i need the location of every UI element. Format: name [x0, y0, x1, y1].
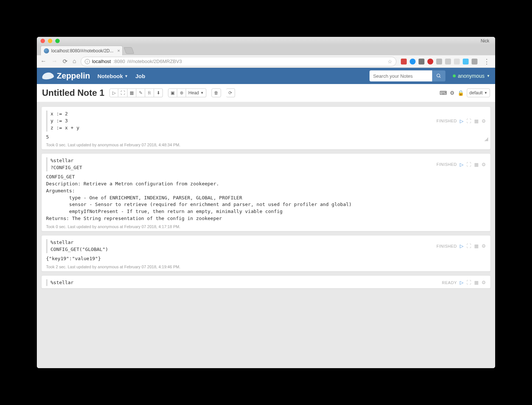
paragraph-settings-icon[interactable]: ⚙ — [482, 162, 486, 167]
tab-title: localhost:8080/#/notebook/2D... — [51, 48, 113, 53]
paragraph-status: FINISHED — [437, 119, 457, 123]
paragraph: %stellar ?CONFIG_GET FINISHED ▷ ⛶ ▦ ⚙ CO… — [41, 153, 491, 231]
home-icon[interactable]: ⌂ — [73, 58, 76, 65]
paragraph-status: FINISHED — [437, 162, 457, 167]
nav-job[interactable]: Job — [136, 73, 146, 79]
extension-icons — [401, 59, 477, 64]
favicon-icon — [44, 48, 49, 53]
url-host: localhost — [92, 59, 111, 64]
browser-tab[interactable]: localhost:8080/#/notebook/2D... × — [41, 46, 123, 55]
paragraph-settings-icon[interactable]: ⚙ — [482, 280, 486, 285]
abp-icon[interactable] — [427, 59, 433, 64]
cast-icon[interactable] — [419, 59, 424, 64]
ext-icon[interactable] — [472, 59, 477, 64]
nav-notebook-label: Notebook — [97, 73, 123, 79]
interpreter-binding-icon[interactable]: ⚙ — [450, 90, 455, 96]
hide-editor-icon[interactable]: ⛶ — [466, 280, 471, 285]
browser-toolbar: ← → ⟳ ⌂ i localhost:8080/#/notebook/2D6M… — [37, 55, 495, 68]
search-input[interactable] — [370, 70, 432, 81]
forward-icon: → — [52, 58, 57, 65]
zeppelin-logo[interactable]: Zeppelin — [42, 71, 90, 81]
paragraph-output: {"key19":"value19"} — [46, 255, 486, 262]
run-all-button[interactable]: ▷ — [109, 88, 118, 97]
show-hide-code-button[interactable]: ⛶ — [118, 88, 127, 97]
run-paragraph-icon[interactable]: ▷ — [460, 118, 463, 124]
ext-icon[interactable] — [454, 59, 460, 64]
site-info-icon[interactable]: i — [85, 59, 90, 64]
paragraph-editor[interactable]: %stellar — [46, 279, 442, 286]
ext-icon[interactable] — [463, 59, 469, 64]
paragraph: x := 2 y := 3 z := x + y FINISHED ▷ ⛶ ▦ … — [41, 107, 491, 150]
paragraph-status: READY — [442, 280, 457, 285]
export-note-button[interactable]: ⬇ — [154, 88, 163, 97]
zeppelin-navbar: Zeppelin Notebook ▼ Job anonymous ▼ — [37, 68, 495, 84]
hide-output-icon[interactable]: ▦ — [474, 162, 479, 167]
show-hide-output-button[interactable]: ▦ — [127, 88, 136, 97]
close-icon[interactable]: × — [117, 48, 120, 53]
ext-icon[interactable] — [410, 59, 416, 64]
paragraph-output: 5 — [46, 134, 486, 141]
hide-editor-icon[interactable]: ⛶ — [466, 118, 471, 124]
revision-button[interactable]: ⊕ — [177, 88, 186, 97]
blimp-icon — [42, 72, 54, 80]
keyboard-shortcuts-icon[interactable]: ⌨ — [440, 90, 447, 96]
url-path: /#/notebook/2D6MRZBV3 — [127, 59, 182, 64]
run-paragraph-icon[interactable]: ▷ — [460, 280, 463, 285]
caret-down-icon: ▼ — [487, 74, 490, 78]
browser-menu-icon[interactable]: ⋮ — [482, 57, 491, 66]
scheduler-button[interactable]: ⟳ — [226, 88, 235, 97]
back-icon[interactable]: ← — [41, 58, 46, 65]
paragraph: %stellar READY ▷ ⛶ ▦ ⚙ — [41, 275, 491, 289]
paragraph-editor[interactable]: x := 2 y := 3 z := x + y — [46, 111, 437, 132]
user-menu[interactable]: anonymous ▼ — [453, 73, 490, 79]
note-title[interactable]: Untitled Note 1 — [42, 88, 104, 98]
version-label: Head — [188, 90, 199, 95]
permissions-icon[interactable]: 🔒 — [458, 90, 464, 96]
window-minimize-icon[interactable] — [48, 39, 52, 43]
paragraph-settings-icon[interactable]: ⚙ — [482, 243, 486, 249]
search-box — [370, 70, 445, 81]
clone-note-button[interactable]: ⎘ — [145, 88, 154, 97]
hide-output-icon[interactable]: ▦ — [474, 118, 479, 124]
caret-down-icon: ▼ — [484, 91, 487, 95]
hide-output-icon[interactable]: ▦ — [474, 280, 479, 285]
paragraph-settings-icon[interactable]: ⚙ — [482, 118, 486, 124]
paragraph-output: CONFIG_GET Description: Retrieve a Metro… — [46, 174, 486, 222]
window-close-icon[interactable] — [41, 39, 45, 43]
svg-point-0 — [437, 74, 440, 77]
search-icon — [436, 73, 441, 78]
trash-button[interactable]: 🗑 — [211, 88, 221, 97]
brand-text: Zeppelin — [57, 71, 90, 81]
ext-icon[interactable] — [436, 59, 442, 64]
hide-editor-icon[interactable]: ⛶ — [466, 243, 471, 249]
clear-output-button[interactable]: ✎ — [136, 88, 145, 97]
run-paragraph-icon[interactable]: ▷ — [460, 243, 463, 249]
hide-output-icon[interactable]: ▦ — [474, 243, 479, 249]
mode-select[interactable]: default ▼ — [467, 88, 490, 97]
mode-label: default — [469, 90, 483, 95]
new-tab-button[interactable] — [124, 47, 134, 54]
bookmark-star-icon[interactable]: ☆ — [388, 59, 392, 64]
hide-editor-icon[interactable]: ⛶ — [466, 162, 471, 167]
ext-icon[interactable] — [445, 59, 451, 64]
caret-down-icon: ▼ — [200, 91, 204, 95]
url-port: :8080 — [113, 59, 125, 64]
version-group: ▣ ⊕ Head ▼ — [168, 88, 206, 97]
reload-icon[interactable]: ⟳ — [63, 58, 67, 65]
window-fullscreen-icon[interactable] — [55, 39, 60, 43]
address-bar[interactable]: i localhost:8080/#/notebook/2D6MRZBV3 ☆ — [81, 57, 396, 66]
ext-icon[interactable] — [401, 59, 407, 64]
head-select[interactable]: Head ▼ — [186, 88, 206, 97]
app-window: Nick localhost:8080/#/notebook/2D... × ←… — [37, 37, 495, 368]
paragraph-editor[interactable]: %stellar CONFIG_GET("GLOBAL") — [46, 239, 437, 253]
caret-down-icon: ▼ — [125, 74, 128, 78]
os-user-label: Nick — [481, 38, 491, 43]
resize-handle-icon[interactable] — [484, 137, 488, 141]
commit-button[interactable]: ▣ — [168, 88, 177, 97]
paragraph-meta: Took 2 sec. Last updated by anonymous at… — [46, 265, 486, 269]
nav-notebook[interactable]: Notebook ▼ — [97, 73, 128, 79]
paragraph-editor[interactable]: %stellar ?CONFIG_GET — [46, 157, 437, 171]
run-paragraph-icon[interactable]: ▷ — [460, 162, 463, 167]
search-button[interactable] — [432, 70, 445, 81]
user-name: anonymous — [458, 73, 484, 79]
